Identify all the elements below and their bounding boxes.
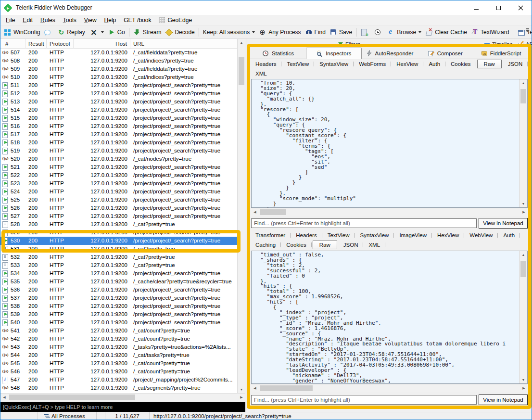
session-row[interactable]: 534200HTTP127.0.0.1:9200/project/project… [0, 269, 237, 278]
session-row[interactable]: 529200HTTP127.0.0.1:9200/project/project… [0, 229, 237, 237]
scrollbar-thumb[interactable] [260, 385, 313, 391]
request-view-in-notepad-button[interactable]: View in Notepad [479, 218, 528, 229]
column-header-[interactable]: # [0, 39, 25, 49]
partial-tab-timeline[interactable]: Timeline [484, 39, 513, 45]
session-row[interactable]: 542200HTTP127.0.0.1:9200/_cat/count?pret… [0, 335, 237, 343]
request-tab-syntaxview[interactable]: SyntaxView [314, 60, 354, 68]
session-row[interactable]: 548200HTTP127.0.0.1:9200/_cat/segments?p… [0, 384, 237, 392]
menu-edit[interactable]: Edit [19, 15, 37, 25]
response-tab-caching[interactable]: Caching [250, 241, 281, 249]
toolbar-clear-cache-button[interactable]: Clear Cache [423, 27, 469, 38]
menu-file[interactable]: File [2, 15, 19, 25]
response-tab-raw[interactable]: Raw [313, 241, 337, 249]
request-tab-auth[interactable]: Auth [423, 60, 445, 68]
request-find-input[interactable] [251, 218, 477, 228]
partial-tab-apitest[interactable]: APITest [518, 39, 532, 45]
minimize-button[interactable] [465, 0, 487, 15]
session-row[interactable]: 546200HTTP127.0.0.1:9200/_cat/count?pret… [0, 368, 237, 376]
scroll-down-icon[interactable]: ▼ [519, 200, 527, 207]
session-row[interactable]: 536200HTTP127.0.0.1:9200/project/project… [0, 286, 237, 294]
toolbar-stream-button[interactable]: Stream [131, 27, 164, 38]
scrollbar-thumb[interactable] [260, 209, 286, 215]
toolbar-any-process-button[interactable]: Any Process [257, 27, 303, 38]
tab-composer[interactable]: Composer [417, 48, 473, 59]
session-row[interactable]: 528200HTTP127.0.0.1:9200/_cat?pretty=tru… [0, 220, 237, 229]
session-row[interactable]: 545200HTTP127.0.0.1:9200/_cat/count?pret… [0, 359, 237, 368]
session-row[interactable]: 524200HTTP127.0.0.1:9200/project/project… [0, 188, 237, 196]
column-header-protocol[interactable]: Protocol [47, 39, 74, 49]
response-tab-json[interactable]: JSON [338, 241, 364, 249]
session-row[interactable]: 541200HTTP127.0.0.1:9200/_cat/count?pret… [0, 327, 237, 335]
toolbar-x-button[interactable] [87, 27, 106, 38]
toolbar-save-button[interactable]: Save [328, 27, 354, 38]
scrollbar-thumb[interactable] [239, 57, 244, 85]
toolbar-keep-all-sessions-button[interactable]: Keep: All sessions [201, 27, 257, 38]
session-row[interactable]: 520200HTTP127.0.0.1:9200/_cat/nodes?pret… [0, 155, 237, 163]
request-tab-raw[interactable]: Raw [477, 60, 502, 68]
toolbar-replay-button[interactable]: Replay [55, 27, 87, 38]
toolbar-overflow-button[interactable] [524, 28, 530, 35]
toolbar-timer-button[interactable] [372, 27, 385, 38]
response-tab-hexview[interactable]: HexView [432, 231, 464, 240]
column-header-url[interactable]: URL [130, 39, 237, 49]
response-tab-imageview[interactable]: ImageView [394, 231, 432, 240]
session-row[interactable]: 521200HTTP127.0.0.1:9200/project/project… [0, 163, 237, 171]
response-tab-cookies[interactable]: Cookies [281, 241, 312, 249]
session-row[interactable]: 510200HTTP127.0.0.1:9200/_cat/indices?pr… [0, 73, 237, 81]
toolbar-decode-button[interactable]: Decode [163, 27, 196, 38]
request-tab-headers[interactable]: Headers [250, 60, 281, 68]
scrollbar-thumb[interactable] [520, 89, 526, 103]
quickexec-bar[interactable]: [QuickExec] ALT+Q > type HELP to learn m… [0, 402, 245, 412]
request-tab-cookies[interactable]: Cookies [445, 60, 476, 68]
column-header-result[interactable]: Result [25, 39, 47, 49]
scroll-down-icon[interactable]: ▼ [238, 386, 245, 393]
session-row[interactable]: 523200HTTP127.0.0.1:9200/project/project… [0, 179, 237, 188]
session-row[interactable]: 518200HTTP127.0.0.1:9200/project/project… [0, 139, 237, 147]
session-list-vertical-scrollbar[interactable]: ▲ ▼ [237, 39, 245, 393]
session-row[interactable]: 538200HTTP127.0.0.1:9200/project/project… [0, 302, 237, 310]
session-row[interactable]: 514200HTTP127.0.0.1:9200/project/project… [0, 106, 237, 114]
session-row[interactable]: 527200HTTP127.0.0.1:9200/project/project… [0, 212, 237, 220]
request-body-horizontal-scrollbar[interactable]: ◀ ▶ [251, 208, 528, 216]
response-body[interactable]: "timed_out" : false, "_shards" : { "tota… [251, 251, 528, 384]
scrollbar-thumb[interactable] [520, 261, 526, 277]
response-tab-webview[interactable]: WebView [464, 231, 498, 240]
session-row[interactable]: 540200HTTP127.0.0.1:9200/project/project… [0, 318, 237, 327]
session-row[interactable]: 507200HTTP127.0.0.1:9200/_cat/fielddata?… [0, 49, 237, 57]
statusbar-process-filter[interactable]: All Processes [38, 412, 97, 420]
scroll-up-icon[interactable]: ▲ [519, 79, 527, 87]
menu-view[interactable]: View [80, 15, 101, 25]
request-body-vertical-scrollbar[interactable]: ▲ ▼ [519, 79, 527, 207]
session-row[interactable]: 543200HTTP127.0.0.1:9200/_tasks?pretty=t… [0, 343, 237, 351]
session-row[interactable]: 530200HTTP127.0.0.1:9200/project/project… [0, 237, 237, 245]
scroll-left-icon[interactable]: ◀ [251, 384, 259, 392]
menu-help[interactable]: Help [101, 15, 120, 25]
response-tab-auth[interactable]: Auth [498, 231, 520, 240]
toolbar-go-button[interactable]: Go [106, 27, 127, 38]
tab-inspectors[interactable]: Inspectors [306, 48, 362, 59]
response-tab-xml[interactable]: XML [363, 241, 385, 249]
maximize-button[interactable] [487, 0, 509, 15]
session-row[interactable]: 526200HTTP127.0.0.1:9200/project/project… [0, 204, 237, 212]
request-tab-hexview[interactable]: HexView [391, 60, 423, 68]
statusbar-capture-cell[interactable] [0, 412, 38, 420]
partial-tab-filters[interactable]: Filters [338, 39, 360, 45]
toolbar-comment-button[interactable] [42, 27, 55, 38]
toolbar-screenshot-button[interactable] [358, 27, 372, 38]
session-row[interactable]: 533200HTTP127.0.0.1:9200/_cat?pretty=tru… [0, 261, 237, 269]
toolbar-find-button[interactable]: Find [303, 27, 328, 38]
session-row[interactable]: 544200HTTP127.0.0.1:9200/_cat/tasks?pret… [0, 351, 237, 359]
scroll-right-icon[interactable]: ▶ [238, 394, 245, 401]
tab-statistics[interactable]: Statistics [250, 48, 306, 59]
session-row[interactable]: 515200HTTP127.0.0.1:9200/project/project… [0, 114, 237, 122]
session-list-horizontal-scrollbar[interactable]: ◀ ▶ [0, 393, 245, 401]
request-tab-webforms[interactable]: WebForms [354, 60, 391, 68]
menu-tools[interactable]: Tools [59, 15, 80, 25]
menu-rules[interactable]: Rules [37, 15, 59, 25]
response-body-horizontal-scrollbar[interactable]: ◀ ▶ [251, 384, 528, 392]
scroll-down-icon[interactable]: ▼ [519, 376, 527, 383]
scroll-up-icon[interactable]: ▲ [519, 251, 527, 258]
toolbar-textwizard-button[interactable]: TextWizard [469, 27, 511, 38]
scroll-right-icon[interactable]: ▶ [520, 208, 528, 216]
column-header-host[interactable]: Host [74, 39, 130, 49]
